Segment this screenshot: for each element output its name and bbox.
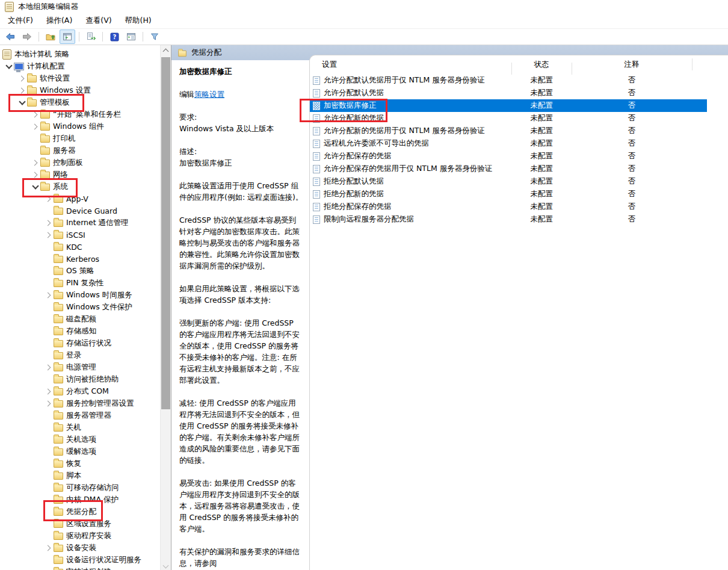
menu-item[interactable]: 查看(V) xyxy=(79,14,118,28)
tree-item[interactable]: 服务控制管理器设置 xyxy=(0,397,160,409)
scrollbar-thumb[interactable] xyxy=(161,57,170,409)
chevron-collapsed-icon[interactable] xyxy=(17,84,27,96)
chevron-collapsed-icon[interactable] xyxy=(43,397,54,409)
tree-item[interactable]: 分布式 COM xyxy=(0,385,160,397)
column-header-status[interactable]: 状态 xyxy=(511,60,572,70)
chevron-expanded-icon[interactable] xyxy=(4,60,14,72)
chevron-expanded-icon[interactable] xyxy=(30,181,40,193)
policy-row[interactable]: 允许分配保存的凭据未配置否 xyxy=(310,150,728,163)
chevron-collapsed-icon[interactable] xyxy=(43,385,54,397)
tree-item[interactable]: 访问被拒绝协助 xyxy=(0,373,160,385)
tree-item[interactable]: Internet 通信管理 xyxy=(0,217,160,229)
tree-item[interactable]: 系统 xyxy=(0,181,160,193)
filter-button[interactable] xyxy=(147,29,162,44)
back-button[interactable] xyxy=(2,29,18,44)
tree-item[interactable]: Windows 组件 xyxy=(0,120,160,132)
forward-button[interactable] xyxy=(19,29,35,44)
folder-icon xyxy=(54,316,63,323)
tree-item[interactable]: 网络 xyxy=(0,169,160,181)
chevron-expanded-icon[interactable] xyxy=(17,96,27,108)
chevron-collapsed-icon[interactable] xyxy=(43,217,54,229)
up-one-level-button[interactable] xyxy=(43,29,58,44)
policy-row[interactable]: 限制向远程服务器分配凭据未配置否 xyxy=(310,213,728,226)
tree-item[interactable]: 控制面板 xyxy=(0,156,160,169)
tree-item[interactable]: 服务器 xyxy=(0,144,160,156)
tree-item[interactable]: 计算机配置 xyxy=(0,60,160,72)
tree-item[interactable]: 脚本 xyxy=(0,469,160,482)
tree-item[interactable]: 软件设置 xyxy=(0,72,160,84)
chevron-collapsed-icon[interactable] xyxy=(43,289,54,301)
tree-item[interactable]: 本地计算机 策略 xyxy=(0,48,160,60)
tree-item[interactable]: 存储运行状况 xyxy=(0,337,160,349)
tree-item[interactable]: 管理模板 xyxy=(0,96,160,108)
policy-row[interactable]: 允许分配新的凭据未配置否 xyxy=(310,112,728,125)
chevron-collapsed-icon[interactable] xyxy=(30,169,40,181)
tree-item[interactable]: 磁盘配额 xyxy=(0,313,160,325)
tree-scrollbar[interactable] xyxy=(160,45,171,570)
tree-item[interactable]: Windows 时间服务 xyxy=(0,289,160,301)
policy-row[interactable]: 拒绝分配保存的凭据未配置否 xyxy=(310,200,728,213)
column-header-comment[interactable]: 注释 xyxy=(572,60,692,70)
folder-icon xyxy=(54,557,63,564)
tree-item[interactable]: 关机选项 xyxy=(0,433,160,445)
policy-row[interactable]: 加密数据库修正未配置否 xyxy=(310,99,728,112)
column-header-spacer xyxy=(692,55,728,74)
title-bar: 本地组策略编辑器 xyxy=(0,0,728,13)
chevron-collapsed-icon[interactable] xyxy=(43,229,54,241)
tree-item[interactable]: iSCSI xyxy=(0,229,160,241)
chevron-collapsed-icon[interactable] xyxy=(43,193,54,205)
tree-item[interactable]: 驱动程序安装 xyxy=(0,530,160,542)
tree-item[interactable]: “开始”菜单和任务栏 xyxy=(0,108,160,120)
policy-row[interactable]: 允许分配新的凭据用于仅 NTLM 服务器身份验证未配置否 xyxy=(310,125,728,137)
tree-item[interactable]: Device Guard xyxy=(0,205,160,217)
menu-item[interactable]: 文件(F) xyxy=(1,14,40,28)
chevron-collapsed-icon[interactable] xyxy=(30,108,40,120)
policy-settings-link[interactable]: 策略设置 xyxy=(194,90,224,99)
tree-item[interactable]: Kerberos xyxy=(0,253,160,265)
policy-row[interactable]: 拒绝分配默认凭据未配置否 xyxy=(310,175,728,188)
chevron-collapsed-icon[interactable] xyxy=(30,120,40,132)
tree-item[interactable]: Windows 文件保护 xyxy=(0,301,160,313)
tree-item[interactable]: 打印机 xyxy=(0,132,160,144)
description-paragraph: CredSSP 协议的某些版本容易受到针对客户端的加密数据库攻击。此策略控制与易… xyxy=(179,214,303,271)
tree-item[interactable]: 电源管理 xyxy=(0,361,160,373)
tree-item[interactable]: App-V xyxy=(0,193,160,205)
tree-item[interactable]: 登录 xyxy=(0,349,160,361)
menu-item[interactable]: 操作(A) xyxy=(40,14,79,28)
scroll-up-button[interactable] xyxy=(161,45,171,55)
policy-row[interactable]: 拒绝分配新的凭据未配置否 xyxy=(310,188,728,200)
menu-item[interactable]: 帮助(H) xyxy=(119,14,158,28)
chevron-collapsed-icon[interactable] xyxy=(43,542,54,554)
tree-item[interactable]: 审核过程创建 xyxy=(0,566,160,570)
tree-item[interactable]: 关机 xyxy=(0,421,160,433)
tree-item[interactable]: 设备运行状况证明服务 xyxy=(0,554,160,566)
tree-item[interactable]: 恢复 xyxy=(0,457,160,469)
help-button[interactable]: ? xyxy=(106,29,122,44)
policy-row[interactable]: 允许分配保存的凭据用于仅 NTLM 服务器身份验证未配置否 xyxy=(310,163,728,175)
tree-item[interactable]: 内核 DMA 保护 xyxy=(0,494,160,506)
tree-item[interactable]: 服务器管理器 xyxy=(0,409,160,421)
tree-item[interactable]: OS 策略 xyxy=(0,265,160,277)
show-action-pane-button[interactable] xyxy=(123,29,139,44)
show-console-tree-button[interactable] xyxy=(60,29,75,44)
tree-item[interactable]: Windows 设置 xyxy=(0,84,160,96)
chevron-collapsed-icon[interactable] xyxy=(30,156,40,169)
tree-item[interactable]: 存储感知 xyxy=(0,325,160,337)
tree-item[interactable]: 凭据分配 xyxy=(0,506,160,518)
tree-item[interactable]: 可移动存储访问 xyxy=(0,482,160,494)
policy-row[interactable]: 允许分配默认凭据未配置否 xyxy=(310,87,728,99)
tree-item-label: 服务器 xyxy=(53,146,76,156)
tree-item[interactable]: KDC xyxy=(0,241,160,253)
tree-item-label: 内核 DMA 保护 xyxy=(66,495,119,505)
chevron-collapsed-icon[interactable] xyxy=(43,361,54,373)
column-header-setting[interactable]: 设置 xyxy=(310,60,511,70)
chevron-collapsed-icon[interactable] xyxy=(17,72,27,84)
scroll-down-button[interactable] xyxy=(161,561,171,570)
policy-row[interactable]: 允许分配默认凭据用于仅 NTLM 服务器身份验证未配置否 xyxy=(310,74,728,87)
tree-item[interactable]: 设备安装 xyxy=(0,542,160,554)
tree-item[interactable]: PIN 复杂性 xyxy=(0,277,160,289)
export-list-button[interactable] xyxy=(83,29,99,44)
policy-row[interactable]: 远程机允许委派不可导出的凭据未配置否 xyxy=(310,137,728,150)
tree-item[interactable]: 缓解选项 xyxy=(0,445,160,457)
tree-item[interactable]: 区域设置服务 xyxy=(0,518,160,530)
